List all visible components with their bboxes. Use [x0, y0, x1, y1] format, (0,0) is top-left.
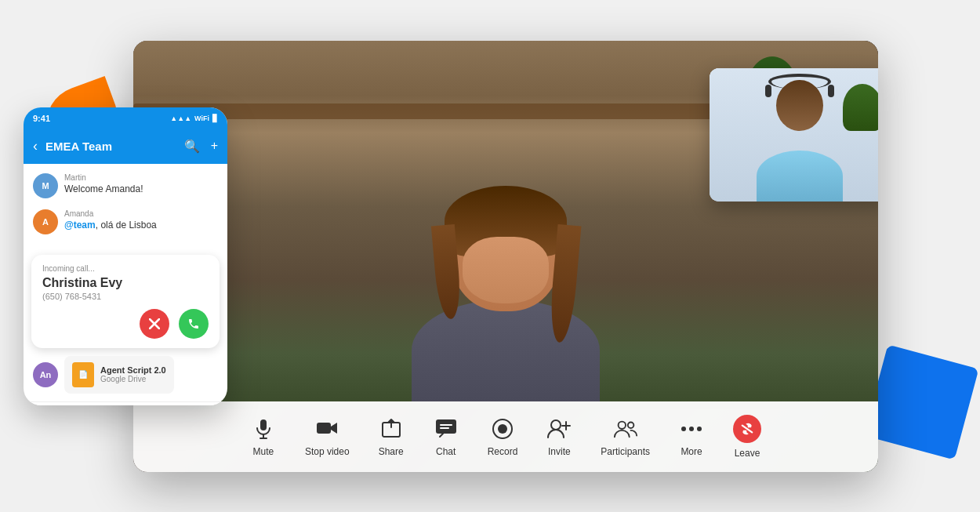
avatar: M — [33, 173, 58, 198]
phone-time: 9:41 — [33, 114, 50, 123]
file-message: An 📄 Agent Script 2.0 Google Drive — [24, 356, 227, 394]
header-icons: 🔍 + — [184, 139, 218, 154]
svg-rect-5 — [436, 419, 456, 434]
message-input-bar: + Message ➤ — [24, 401, 227, 405]
message-text: @team, olá de Lisboa — [64, 220, 157, 231]
phone-mockup: 9:41 ▲▲▲ WiFi ▊ ‹ EMEA Team 🔍 + M Martin… — [24, 107, 227, 405]
svg-point-17 — [697, 427, 702, 431]
share-icon — [379, 416, 404, 441]
leave-icon — [733, 415, 761, 443]
signal-icon: ▲▲▲ — [170, 114, 191, 122]
sv-head — [776, 80, 823, 131]
svg-point-16 — [689, 427, 694, 431]
battery-icon: ▊ — [212, 114, 218, 122]
search-icon[interactable]: 🔍 — [184, 139, 200, 154]
mute-button[interactable]: Mute — [236, 409, 291, 465]
camera-icon — [314, 416, 339, 441]
chat-icon — [434, 416, 459, 441]
invite-button[interactable]: Invite — [532, 409, 586, 465]
avatar: An — [33, 362, 58, 387]
sender-name: Amanda — [64, 209, 157, 218]
stop-video-label: Stop video — [305, 446, 350, 457]
chat-button[interactable]: Chat — [419, 409, 474, 465]
chat-message: M Martin Welcome Amanda! — [33, 173, 218, 198]
main-person — [412, 194, 600, 401]
sv-plant — [843, 84, 878, 131]
phone-header: ‹ EMEA Team 🔍 + — [24, 129, 227, 164]
svg-point-15 — [681, 427, 686, 431]
video-call-container: Mute Stop video Share — [133, 41, 878, 472]
leave-label: Leave — [735, 448, 760, 459]
svg-rect-3 — [317, 423, 331, 434]
svg-point-9 — [498, 424, 507, 434]
chat-label: Chat — [436, 446, 456, 457]
sv-headset-right — [828, 85, 834, 97]
record-button[interactable]: Record — [474, 409, 532, 465]
participants-label: Participants — [601, 446, 650, 457]
svg-point-13 — [618, 421, 625, 428]
more-icon — [679, 416, 704, 441]
status-icons: ▲▲▲ WiFi ▊ — [170, 114, 218, 122]
incoming-call-label: Incoming call... — [42, 264, 209, 273]
participants-button[interactable]: Participants — [586, 409, 664, 465]
avatar: A — [33, 209, 58, 234]
sv-headset-left — [765, 85, 771, 97]
message-text: Welcome Amanda! — [64, 183, 143, 194]
team-name: EMEA Team — [45, 140, 176, 153]
file-content: 📄 Agent Script 2.0 Google Drive — [64, 356, 174, 394]
add-icon[interactable]: + — [211, 139, 218, 154]
accept-button[interactable] — [179, 309, 209, 339]
record-icon — [490, 416, 515, 441]
svg-rect-0 — [260, 419, 267, 430]
file-source: Google Drive — [100, 375, 166, 383]
controls-bar: Mute Stop video Share — [133, 401, 878, 472]
wifi-icon: WiFi — [194, 114, 209, 122]
incoming-call-card: Incoming call... Christina Evy (650) 768… — [31, 255, 220, 348]
record-label: Record — [488, 446, 518, 457]
call-actions — [42, 309, 209, 339]
invite-label: Invite — [548, 446, 571, 457]
share-button[interactable]: Share — [364, 409, 419, 465]
decline-button[interactable] — [140, 309, 169, 339]
chat-area: M Martin Welcome Amanda! A Amanda @team,… — [24, 164, 227, 255]
phone-status-bar: 9:41 ▲▲▲ WiFi ▊ — [24, 107, 227, 129]
caller-number: (650) 768-5431 — [42, 292, 209, 301]
mute-label: Mute — [253, 446, 274, 457]
blue-decorative-shape — [864, 345, 979, 460]
svg-point-10 — [551, 420, 561, 430]
invite-icon — [546, 416, 572, 441]
small-video-person — [710, 68, 878, 202]
participants-icon — [613, 416, 638, 441]
stop-video-button[interactable]: Stop video — [291, 409, 364, 465]
more-label: More — [681, 446, 702, 457]
file-name: Agent Script 2.0 — [100, 365, 166, 375]
back-button[interactable]: ‹ — [33, 138, 38, 154]
sender-name: Martin — [64, 173, 143, 182]
caller-name: Christina Evy — [42, 276, 209, 290]
small-video — [710, 68, 878, 202]
mention: @team — [64, 220, 96, 231]
chat-message: A Amanda @team, olá de Lisboa — [33, 209, 218, 234]
more-button[interactable]: More — [664, 409, 719, 465]
file-icon: 📄 — [72, 362, 94, 387]
svg-point-14 — [628, 422, 634, 428]
sv-headset — [768, 74, 831, 89]
sv-body — [757, 151, 843, 202]
mic-icon — [251, 416, 276, 441]
share-label: Share — [379, 446, 404, 457]
leave-button[interactable]: Leave — [719, 407, 775, 467]
